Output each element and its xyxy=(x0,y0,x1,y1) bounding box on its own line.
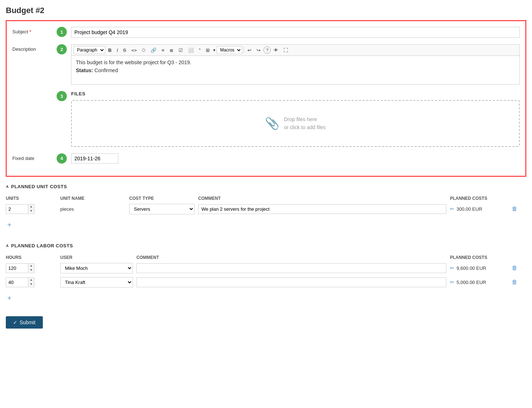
fixed-date-label: Fixed date xyxy=(12,153,52,161)
fixed-date-input[interactable] xyxy=(71,153,118,164)
bullet-list-button[interactable]: ≡ xyxy=(159,46,167,54)
unit-planned-cost: ✏ 300.00 EUR xyxy=(450,206,508,212)
labor-cost-row-2: ▲ ▼ Tina Kraft ✏ 5,000.00 EUR 🗑 xyxy=(6,277,526,288)
editor-status: Status: Confirmed xyxy=(76,67,515,73)
description-label: Description xyxy=(12,44,52,52)
unit-cost-value: 300.00 EUR xyxy=(457,206,482,212)
hours-spinner-2: ▲ ▼ xyxy=(6,277,34,287)
delete-icon[interactable]: 🗑 xyxy=(512,206,526,212)
col-actions xyxy=(512,196,526,201)
labor-planned-cost-2: ✏ 5,000.00 EUR xyxy=(450,279,508,285)
labor-edit-icon-1[interactable]: ✏ xyxy=(450,265,454,271)
undo-button[interactable]: ↩ xyxy=(245,46,254,54)
labor-comment-input-2[interactable] xyxy=(136,277,446,287)
units-spinner: ▲ ▼ xyxy=(6,204,34,214)
labor-cost-row-1: ▲ ▼ Mike Moch ✏ 9,600.00 EUR 🗑 xyxy=(6,263,526,273)
files-title: FILES xyxy=(71,91,520,96)
code-button[interactable]: <> xyxy=(129,46,139,54)
user-select-2[interactable]: Tina Kraft xyxy=(60,277,133,288)
task-list-button[interactable]: ☑ xyxy=(176,46,185,54)
col-units: UNITS xyxy=(6,196,57,201)
step-badge-1: 1 xyxy=(57,27,67,37)
submit-button[interactable]: ✓ Submit xyxy=(6,316,43,329)
fullscreen-button[interactable]: ⛶ xyxy=(281,46,290,54)
add-unit-cost-button[interactable]: + xyxy=(6,219,13,231)
editor-wrapper: Paragraph B I S <> ⬡ 🔗 ≡ ≣ ☑ ⬜ " ⊞ ▼ Mac… xyxy=(71,44,520,85)
redo-button[interactable]: ↪ xyxy=(254,46,263,54)
help-button[interactable]: ? xyxy=(263,46,271,54)
strikethrough-button[interactable]: S xyxy=(121,46,128,54)
col-labor-comment: COMMENT xyxy=(136,255,446,260)
editor-line1: This budget is for the website project f… xyxy=(76,59,515,65)
labor-edit-icon-2[interactable]: ✏ xyxy=(450,279,454,285)
cost-type-select[interactable]: Servers xyxy=(129,204,195,214)
file-dropzone[interactable]: 📎 Drop files here or click to add files xyxy=(71,100,520,147)
dropzone-text: Drop files here or click to add files xyxy=(284,115,326,132)
macros-select[interactable]: Macros xyxy=(217,46,242,54)
paperclip-icon: 📎 xyxy=(265,116,279,130)
unit-name-cell: pieces xyxy=(60,205,126,214)
hours-spinner-down-1[interactable]: ▼ xyxy=(28,268,34,272)
step-badge-3: 3 xyxy=(57,91,67,101)
unit-costs-chevron[interactable]: ∧ xyxy=(6,184,9,189)
col-user: USER xyxy=(60,255,133,260)
col-hours: HOURS xyxy=(6,255,57,260)
add-labor-cost-button[interactable]: + xyxy=(6,293,13,304)
labor-delete-icon-2[interactable]: 🗑 xyxy=(512,279,526,285)
hours-spinner-buttons-2: ▲ ▼ xyxy=(28,278,34,287)
labor-cost-value-2: 5,000.00 EUR xyxy=(457,280,486,285)
unit-costs-table-header: UNITS UNIT NAME COST TYPE COMMENT PLANNE… xyxy=(6,194,526,204)
form-section: Subject * 1 Description 2 Paragraph B I … xyxy=(6,20,526,177)
hours-spinner-up-2[interactable]: ▲ xyxy=(28,278,34,282)
subject-label: Subject * xyxy=(12,27,52,34)
hours-spinner-up-1[interactable]: ▲ xyxy=(28,264,34,268)
toolbar-separator xyxy=(244,47,244,53)
labor-planned-cost-1: ✏ 9,600.00 EUR xyxy=(450,265,508,271)
labor-cost-value-1: 9,600.00 EUR xyxy=(457,265,486,271)
unit-comment-input[interactable] xyxy=(198,204,446,214)
description-row: Description 2 Paragraph B I S <> ⬡ 🔗 ≡ ≣… xyxy=(12,44,520,85)
hours-spinner-buttons-1: ▲ ▼ xyxy=(28,264,34,272)
image-button[interactable]: ⬜ xyxy=(186,46,196,54)
hours-spinner-down-2[interactable]: ▼ xyxy=(28,282,34,287)
files-row: 3 FILES 📎 Drop files here or click to ad… xyxy=(12,91,520,147)
planned-unit-costs-section: ∧ PLANNED UNIT COSTS UNITS UNIT NAME COS… xyxy=(6,184,526,236)
preview-button[interactable]: 👁 xyxy=(271,46,281,54)
table-button[interactable]: ⊞ xyxy=(204,46,212,54)
spinner-down[interactable]: ▼ xyxy=(28,209,34,213)
units-input[interactable] xyxy=(6,205,28,214)
unit-cost-row: ▲ ▼ pieces Servers ✏ 300.00 EUR 🗑 xyxy=(6,204,526,214)
labor-costs-table-header: HOURS USER COMMENT PLANNED COSTS xyxy=(6,254,526,263)
edit-icon[interactable]: ✏ xyxy=(450,206,454,212)
labor-delete-icon-1[interactable]: 🗑 xyxy=(512,265,526,271)
italic-button[interactable]: I xyxy=(114,46,120,54)
editor-content[interactable]: This budget is for the website project f… xyxy=(71,55,520,85)
col-cost-type: COST TYPE xyxy=(129,196,195,201)
col-unit-name: UNIT NAME xyxy=(60,196,126,201)
labor-comment-input-1[interactable] xyxy=(136,263,446,273)
hours-input-1[interactable] xyxy=(6,264,28,273)
bold-button[interactable]: B xyxy=(106,46,114,54)
spinner-buttons: ▲ ▼ xyxy=(28,205,34,213)
subject-input[interactable] xyxy=(71,27,520,38)
planned-labor-costs-section: ∧ PLANNED LABOR COSTS HOURS USER COMMENT… xyxy=(6,243,526,309)
step-badge-2: 2 xyxy=(57,44,67,54)
labor-costs-chevron[interactable]: ∧ xyxy=(6,243,9,248)
hours-spinner-1: ▲ ▼ xyxy=(6,263,34,273)
ordered-list-button[interactable]: ≣ xyxy=(167,46,176,54)
subject-row: Subject * 1 xyxy=(12,27,520,38)
link-button[interactable]: 🔗 xyxy=(148,46,159,54)
checkmark-icon: ✓ xyxy=(13,320,17,325)
code-block-button[interactable]: ⬡ xyxy=(140,47,148,54)
quote-button[interactable]: " xyxy=(197,46,203,54)
files-section: FILES 📎 Drop files here or click to add … xyxy=(71,91,520,147)
spinner-up[interactable]: ▲ xyxy=(28,205,34,209)
col-labor-actions xyxy=(512,255,526,260)
hours-input-2[interactable] xyxy=(6,278,28,287)
user-select-1[interactable]: Mike Moch xyxy=(60,263,133,273)
planned-unit-costs-header: ∧ PLANNED UNIT COSTS xyxy=(6,184,526,189)
page-title: Budget #2 xyxy=(6,6,526,15)
paragraph-select[interactable]: Paragraph xyxy=(74,46,105,54)
col-comment: COMMENT xyxy=(198,196,446,201)
files-label-spacer xyxy=(12,91,52,93)
